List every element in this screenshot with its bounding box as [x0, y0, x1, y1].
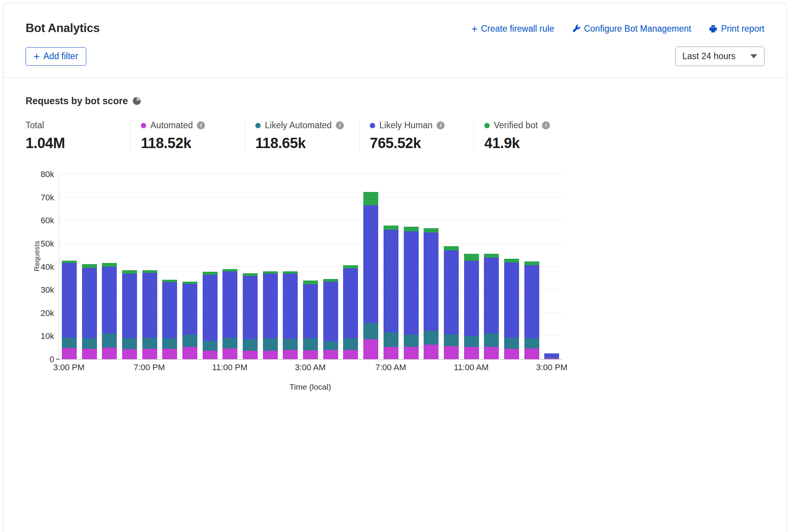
- bar-segment[interactable]: [263, 351, 278, 359]
- add-filter-button[interactable]: + Add filter: [26, 47, 86, 66]
- bar-segment[interactable]: [203, 272, 218, 274]
- bar-segment[interactable]: [524, 338, 539, 348]
- bar[interactable]: [501, 174, 522, 359]
- bar-segment[interactable]: [82, 349, 97, 359]
- bar-segment[interactable]: [524, 261, 539, 266]
- bar-segment[interactable]: [122, 338, 137, 349]
- bar[interactable]: [361, 174, 381, 359]
- bar-segment[interactable]: [343, 338, 358, 350]
- bar-segment[interactable]: [303, 350, 318, 359]
- bar-segment[interactable]: [162, 349, 177, 359]
- bar-segment[interactable]: [323, 350, 338, 359]
- bar-segment[interactable]: [464, 254, 479, 261]
- bar-segment[interactable]: [263, 338, 278, 351]
- bar-segment[interactable]: [263, 274, 278, 339]
- bar[interactable]: [260, 174, 281, 359]
- bar-segment[interactable]: [182, 284, 197, 335]
- bar-segment[interactable]: [424, 331, 439, 345]
- bar-segment[interactable]: [343, 350, 358, 359]
- bar-segment[interactable]: [343, 268, 358, 338]
- bar[interactable]: [421, 174, 441, 359]
- bar-segment[interactable]: [524, 265, 539, 338]
- bar-segment[interactable]: [142, 349, 157, 359]
- bar[interactable]: [79, 174, 100, 359]
- bar-segment[interactable]: [102, 348, 117, 359]
- bar-segment[interactable]: [363, 323, 378, 339]
- bar-segment[interactable]: [504, 349, 519, 359]
- bar-segment[interactable]: [323, 282, 338, 341]
- bar-segment[interactable]: [504, 338, 519, 348]
- bar-segment[interactable]: [102, 263, 117, 266]
- bar[interactable]: [481, 174, 501, 359]
- bar-segment[interactable]: [444, 250, 459, 334]
- info-icon[interactable]: i: [197, 121, 205, 129]
- bar[interactable]: [341, 174, 361, 359]
- bar-segment[interactable]: [182, 347, 197, 359]
- bar-segment[interactable]: [404, 347, 419, 359]
- bar-segment[interactable]: [363, 339, 378, 359]
- bar-segment[interactable]: [484, 334, 499, 347]
- bar-segment[interactable]: [384, 226, 398, 230]
- bar-segment[interactable]: [424, 345, 439, 359]
- bar-segment[interactable]: [444, 346, 459, 359]
- bar-segment[interactable]: [524, 348, 539, 359]
- bar-segment[interactable]: [484, 347, 499, 359]
- bar[interactable]: [321, 174, 341, 359]
- bar-segment[interactable]: [464, 261, 479, 336]
- bar[interactable]: [220, 174, 240, 359]
- bar[interactable]: [59, 174, 79, 359]
- bar-segment[interactable]: [384, 230, 398, 333]
- bar-segment[interactable]: [222, 271, 237, 338]
- bar[interactable]: [140, 174, 160, 359]
- bar-segment[interactable]: [102, 267, 117, 334]
- bar[interactable]: [381, 174, 401, 359]
- bar-segment[interactable]: [122, 349, 137, 359]
- bar-segment[interactable]: [363, 205, 378, 323]
- bar[interactable]: [441, 174, 461, 359]
- bar[interactable]: [401, 174, 421, 359]
- bar-segment[interactable]: [62, 263, 77, 337]
- bar-segment[interactable]: [122, 270, 137, 274]
- bar[interactable]: [522, 174, 542, 359]
- bar-segment[interactable]: [222, 348, 237, 359]
- bar-segment[interactable]: [142, 273, 157, 338]
- bar-segment[interactable]: [323, 279, 338, 282]
- bar-segment[interactable]: [203, 341, 218, 351]
- bar-segment[interactable]: [222, 338, 237, 348]
- bar-segment[interactable]: [484, 254, 499, 258]
- bar[interactable]: [461, 174, 482, 359]
- bar-segment[interactable]: [343, 265, 358, 268]
- bar-segment[interactable]: [424, 228, 439, 232]
- print-report-link[interactable]: Print report: [709, 24, 764, 34]
- bar[interactable]: [99, 174, 119, 359]
- bar-segment[interactable]: [283, 350, 298, 359]
- bar[interactable]: [542, 174, 562, 359]
- bar-segment[interactable]: [102, 334, 117, 347]
- bar-segment[interactable]: [303, 338, 318, 350]
- bar-segment[interactable]: [122, 274, 137, 339]
- info-icon[interactable]: i: [542, 121, 550, 129]
- bar-segment[interactable]: [464, 347, 479, 359]
- bar-segment[interactable]: [404, 335, 419, 347]
- configure-bot-management-link[interactable]: Configure Bot Management: [572, 24, 691, 34]
- bar-segment[interactable]: [62, 338, 77, 348]
- bar[interactable]: [200, 174, 220, 359]
- bar-segment[interactable]: [283, 339, 298, 350]
- bar-segment[interactable]: [243, 339, 258, 351]
- bar-segment[interactable]: [404, 231, 419, 335]
- bar[interactable]: [180, 174, 200, 359]
- bar-segment[interactable]: [544, 353, 559, 357]
- bar-segment[interactable]: [464, 336, 479, 347]
- bar-segment[interactable]: [384, 347, 398, 359]
- bar-segment[interactable]: [243, 351, 258, 359]
- bar[interactable]: [281, 174, 301, 359]
- bar-segment[interactable]: [203, 351, 218, 359]
- bar-segment[interactable]: [444, 246, 459, 250]
- bar-segment[interactable]: [82, 268, 97, 339]
- bar-segment[interactable]: [82, 338, 97, 348]
- bar-segment[interactable]: [142, 338, 157, 348]
- bar[interactable]: [300, 174, 321, 359]
- info-icon[interactable]: i: [336, 121, 344, 129]
- bar-segment[interactable]: [363, 192, 378, 205]
- bar-segment[interactable]: [444, 334, 459, 347]
